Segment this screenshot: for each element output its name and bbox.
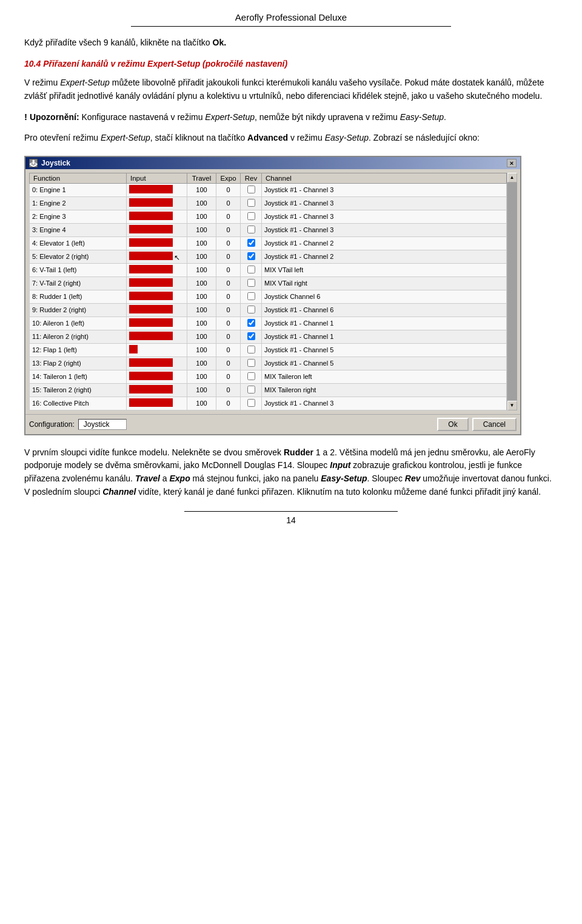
input-bar-cell bbox=[127, 383, 187, 397]
table-row[interactable]: 1: Engine 21000Joystick #1 - Channel 3 bbox=[30, 196, 507, 210]
table-row[interactable]: 7: V-Tail 2 (right)1000MIX VTail right bbox=[30, 276, 507, 290]
rev-checkbox[interactable] bbox=[247, 186, 255, 193]
rev-cell[interactable] bbox=[241, 370, 262, 383]
channel-cell[interactable]: Joystick #1 - Channel 3 bbox=[262, 397, 507, 410]
travel-cell: 100 bbox=[187, 210, 216, 223]
table-row[interactable]: 0: Engine 11000Joystick #1 - Channel 3 bbox=[30, 183, 507, 196]
table-row[interactable]: 2: Engine 31000Joystick #1 - Channel 3 bbox=[30, 210, 507, 223]
input-bar bbox=[129, 305, 173, 313]
table-scrollbar[interactable]: ▲ ▼ bbox=[507, 173, 517, 410]
channel-cell[interactable]: MIX VTail right bbox=[262, 276, 507, 290]
ok-button[interactable]: Ok bbox=[437, 418, 468, 431]
table-row[interactable]: 4: Elevator 1 (left)1000Joystick #1 - Ch… bbox=[30, 236, 507, 250]
expo-cell: 0 bbox=[216, 250, 241, 263]
rev-checkbox[interactable] bbox=[247, 372, 255, 380]
channel-cell[interactable]: Joystick #1 - Channel 3 bbox=[262, 210, 507, 223]
rev-cell[interactable] bbox=[241, 183, 262, 196]
rev-cell[interactable] bbox=[241, 223, 262, 236]
rev-cell[interactable] bbox=[241, 397, 262, 410]
channel-cell[interactable]: Joystick #1 - Channel 5 bbox=[262, 357, 507, 370]
table-row[interactable]: 5: Elevator 2 (right)↖1000Joystick #1 - … bbox=[30, 250, 507, 263]
function-cell: 15: Taileron 2 (right) bbox=[30, 383, 127, 397]
rev-checkbox[interactable] bbox=[247, 212, 255, 220]
rev-checkbox[interactable] bbox=[247, 252, 255, 260]
rev-checkbox[interactable] bbox=[247, 332, 255, 340]
table-wrapper: Function Input Travel Expo Rev Channel 0… bbox=[29, 173, 517, 410]
rev-cell[interactable] bbox=[241, 330, 262, 343]
expo-cell: 0 bbox=[216, 370, 241, 383]
travel-cell: 100 bbox=[187, 343, 216, 357]
channel-cell[interactable]: MIX Taileron right bbox=[262, 383, 507, 397]
expo-cell: 0 bbox=[216, 196, 241, 210]
rev-cell[interactable] bbox=[241, 383, 262, 397]
joystick-table: Function Input Travel Expo Rev Channel 0… bbox=[29, 173, 507, 410]
channel-cell[interactable]: Joystick #1 - Channel 3 bbox=[262, 196, 507, 210]
rev-checkbox[interactable] bbox=[247, 239, 255, 247]
rev-cell[interactable] bbox=[241, 263, 262, 276]
table-row[interactable]: 11: Aileron 2 (right)1000Joystick #1 - C… bbox=[30, 330, 507, 343]
travel-cell: 100 bbox=[187, 263, 216, 276]
rev-checkbox[interactable] bbox=[247, 359, 255, 367]
rev-cell[interactable] bbox=[241, 250, 262, 263]
channel-cell[interactable]: Joystick #1 - Channel 2 bbox=[262, 236, 507, 250]
input-bar-cell bbox=[127, 236, 187, 250]
rev-checkbox[interactable] bbox=[247, 399, 255, 407]
rev-cell[interactable] bbox=[241, 357, 262, 370]
rev-checkbox[interactable] bbox=[247, 386, 255, 393]
col-rev: Rev bbox=[241, 173, 262, 183]
channel-cell[interactable]: MIX VTail left bbox=[262, 263, 507, 276]
rev-cell[interactable] bbox=[241, 236, 262, 250]
channel-cell[interactable]: Joystick #1 - Channel 5 bbox=[262, 343, 507, 357]
channel-cell[interactable]: Joystick Channel 6 bbox=[262, 290, 507, 303]
rev-cell[interactable] bbox=[241, 290, 262, 303]
channel-cell[interactable]: Joystick #1 - Channel 3 bbox=[262, 223, 507, 236]
table-row[interactable]: 15: Taileron 2 (right)1000MIX Taileron r… bbox=[30, 383, 507, 397]
scroll-up-arrow[interactable]: ▲ bbox=[507, 173, 517, 182]
rev-checkbox[interactable] bbox=[247, 226, 255, 233]
rev-checkbox[interactable] bbox=[247, 292, 255, 300]
rev-cell[interactable] bbox=[241, 343, 262, 357]
rev-checkbox[interactable] bbox=[247, 199, 255, 207]
rev-checkbox[interactable] bbox=[247, 279, 255, 287]
input-bar bbox=[129, 372, 173, 380]
travel-cell: 100 bbox=[187, 316, 216, 330]
channel-cell[interactable]: Joystick #1 - Channel 1 bbox=[262, 330, 507, 343]
table-row[interactable]: 14: Taileron 1 (left)1000MIX Taileron le… bbox=[30, 370, 507, 383]
dialog-close-button[interactable]: × bbox=[507, 159, 517, 167]
channel-cell[interactable]: MIX Taileron left bbox=[262, 370, 507, 383]
function-cell: 12: Flap 1 (left) bbox=[30, 343, 127, 357]
rev-checkbox[interactable] bbox=[247, 319, 255, 327]
cancel-button[interactable]: Cancel bbox=[472, 418, 517, 431]
channel-cell[interactable]: Joystick #1 - Channel 2 bbox=[262, 250, 507, 263]
table-row[interactable]: 12: Flap 1 (left)1000Joystick #1 - Chann… bbox=[30, 343, 507, 357]
table-row[interactable]: 10: Aileron 1 (left)1000Joystick #1 - Ch… bbox=[30, 316, 507, 330]
rev-cell[interactable] bbox=[241, 316, 262, 330]
travel-cell: 100 bbox=[187, 250, 216, 263]
rev-cell[interactable] bbox=[241, 210, 262, 223]
rev-checkbox[interactable] bbox=[247, 266, 255, 273]
table-row[interactable]: 16: Collective Pitch1000Joystick #1 - Ch… bbox=[30, 397, 507, 410]
input-bar bbox=[129, 265, 173, 273]
rev-checkbox[interactable] bbox=[247, 346, 255, 353]
channel-cell[interactable]: Joystick #1 - Channel 3 bbox=[262, 183, 507, 196]
function-cell: 13: Flap 2 (right) bbox=[30, 357, 127, 370]
rev-checkbox[interactable] bbox=[247, 306, 255, 313]
channel-cell[interactable]: Joystick #1 - Channel 1 bbox=[262, 316, 507, 330]
table-row[interactable]: 13: Flap 2 (right)1000Joystick #1 - Chan… bbox=[30, 357, 507, 370]
open-expert-para: Pro otevření režimu Expert-Setup, stačí … bbox=[24, 132, 558, 145]
scroll-down-arrow[interactable]: ▼ bbox=[507, 401, 517, 410]
ok-bold: Ok. bbox=[213, 38, 227, 47]
table-row[interactable]: 6: V-Tail 1 (left)1000MIX VTail left bbox=[30, 263, 507, 276]
table-row[interactable]: 3: Engine 41000Joystick #1 - Channel 3 bbox=[30, 223, 507, 236]
rev-cell[interactable] bbox=[241, 276, 262, 290]
rev-cell[interactable] bbox=[241, 303, 262, 316]
table-row[interactable]: 9: Rudder 2 (right)1000Joystick #1 - Cha… bbox=[30, 303, 507, 316]
scroll-track[interactable] bbox=[507, 182, 517, 401]
travel-cell: 100 bbox=[187, 303, 216, 316]
config-value: Joystick bbox=[78, 419, 127, 430]
table-header-row: Function Input Travel Expo Rev Channel bbox=[30, 173, 507, 183]
table-row[interactable]: 8: Rudder 1 (left)1000Joystick Channel 6 bbox=[30, 290, 507, 303]
rev-cell[interactable] bbox=[241, 196, 262, 210]
titlebar-left: 🕹 Joystick bbox=[29, 159, 70, 167]
channel-cell[interactable]: Joystick #1 - Channel 6 bbox=[262, 303, 507, 316]
